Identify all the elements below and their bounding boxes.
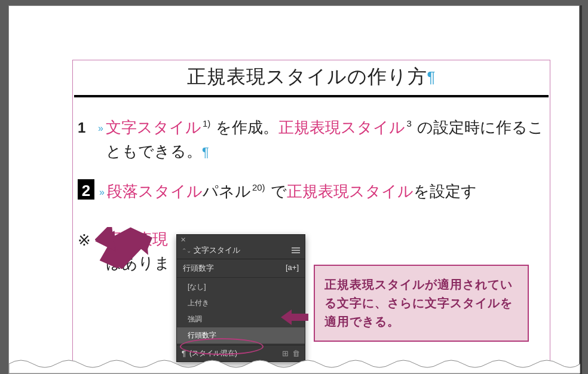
chevron-icon[interactable]: ⌃⌄ xyxy=(182,247,191,254)
style-item-leading-digit[interactable]: 行頭数字 xyxy=(177,327,305,344)
style-item-superscript[interactable]: 上付き xyxy=(177,295,305,311)
list-item: 2 » 段落スタイルパネル20) で正規表現スタイルを設定す xyxy=(78,179,545,203)
override-badge[interactable]: [a+] xyxy=(286,263,299,274)
annotation-box: 正規表現スタイルが適用されている文字に、さらに文字スタイルを適用できる。 xyxy=(314,265,529,342)
title-text: 正規表現スタイルの作り方 xyxy=(187,66,427,87)
pilcrow-icon: ¶ xyxy=(202,145,209,160)
panel-menu-icon[interactable] xyxy=(292,247,300,253)
char-style-run: 段落スタイル xyxy=(107,182,203,200)
panel-titlebar[interactable]: ✕ xyxy=(177,235,305,243)
torn-edge-decoration xyxy=(9,355,580,373)
indent-marker-icon: » xyxy=(98,121,103,136)
document-page: 正規表現スタイルの作り方¶ 1 » 文字スタイル1) を作成。正規表現スタイル3… xyxy=(8,5,580,374)
page-title: 正規表現スタイルの作り方¶ xyxy=(73,60,550,95)
close-icon[interactable]: ✕ xyxy=(180,236,186,244)
character-styles-panel[interactable]: ✕ ⌃⌄ 文字スタイル 行頭数字 [a+] [なし] 上付き 強調 行頭数字 ¶… xyxy=(176,234,305,362)
char-style-run: 正規表現スタイル xyxy=(278,118,405,136)
superscript: 1) xyxy=(201,118,212,128)
superscript: 3 xyxy=(405,118,412,128)
step-text: 段落スタイルパネル20) で正規表現スタイルを設定す xyxy=(107,179,545,203)
char-style-run: 正規表現スタイル xyxy=(287,182,414,200)
indent-marker-icon: » xyxy=(99,185,105,200)
superscript: 20) xyxy=(251,182,267,192)
step-number-selected: 2 xyxy=(78,179,94,200)
style-item-none[interactable]: [なし] xyxy=(177,279,305,295)
step-number: 1 xyxy=(78,115,98,139)
panel-tab-label[interactable]: 文字スタイル xyxy=(194,245,240,256)
panel-tab-row: ⌃⌄ 文字スタイル xyxy=(177,243,305,259)
step-text: 文字スタイル1) を作成。正規表現スタイル3 の設定時に作ることもできる。¶ xyxy=(106,115,545,164)
annotation-text: 正規表現スタイルが適用されている文字に、さらに文字スタイルを適用できる。 xyxy=(324,278,513,328)
svg-marker-5 xyxy=(281,309,308,325)
list-item: 1 » 文字スタイル1) を作成。正規表現スタイル3 の設定時に作ることもできる… xyxy=(78,115,545,164)
current-style-row[interactable]: 行頭数字 [a+] xyxy=(177,259,305,278)
arrow-icon xyxy=(95,227,152,269)
arrow-icon xyxy=(281,309,308,325)
current-style-name: 行頭数字 xyxy=(183,263,214,274)
pilcrow-icon: ¶ xyxy=(427,68,436,86)
char-style-run: 文字スタイル xyxy=(106,118,201,136)
